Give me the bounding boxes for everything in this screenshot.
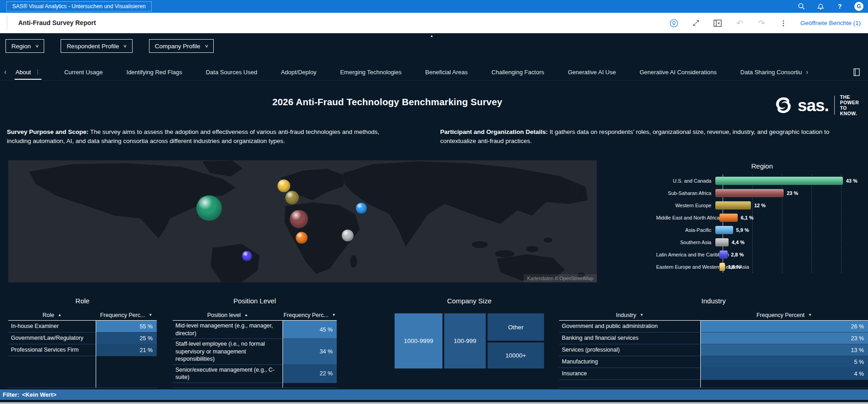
region-bar[interactable] bbox=[715, 226, 733, 234]
treemap-tile-100-999[interactable]: 100-999 bbox=[444, 313, 486, 368]
region-bar[interactable] bbox=[719, 251, 728, 259]
row-label-cell bbox=[559, 380, 700, 388]
table-row-mid-level-management-e-g-manager-director[interactable]: Mid-level management (e.g., manager, dir… bbox=[173, 321, 337, 339]
map-bubble-asia-pacific[interactable] bbox=[356, 203, 367, 214]
notifications-bell-icon[interactable] bbox=[816, 2, 825, 11]
region-bar-row-middle-east-and-north-africa[interactable]: Middle East and North Africa6,1 % bbox=[656, 211, 868, 224]
tab-generative-ai-use[interactable]: Generative AI Use bbox=[567, 65, 617, 80]
position-level-table[interactable]: Position level▲Frequency Perc...▼Mid-lev… bbox=[173, 310, 337, 388]
region-bar-row-southern-asia[interactable]: Southern Asia4,4 % bbox=[656, 236, 868, 248]
sort-ascending-icon[interactable]: ▲ bbox=[244, 313, 248, 317]
scroll-tabs-left-icon[interactable]: ‹ bbox=[0, 68, 11, 76]
treemap-tile-10000[interactable]: 10000+ bbox=[488, 343, 544, 368]
toggle-panel-icon[interactable] bbox=[713, 18, 723, 28]
tab-identifying-red-flags[interactable]: Identifying Red Flags bbox=[126, 65, 183, 80]
column-separator bbox=[700, 321, 701, 388]
table-row-insurance[interactable]: Insurance4 % bbox=[559, 368, 868, 380]
search-icon[interactable] bbox=[797, 2, 806, 11]
map-bubble-u-s-and-canada[interactable] bbox=[196, 195, 222, 221]
column-header-role[interactable]: Role▲ bbox=[8, 310, 96, 320]
tab-emerging-technologies[interactable]: Emerging Technologies bbox=[339, 65, 402, 80]
table-row-staff-level-employee-i-e-no-formal-supervisory-or-management-responsibilities[interactable]: Staff-level employee (i.e., no formal su… bbox=[173, 339, 337, 365]
report-toolbar: Anti-Fraud Survey Report ⤢ ↶ ↷ ⋮ Geöffne… bbox=[0, 13, 868, 33]
region-bar[interactable] bbox=[715, 189, 784, 197]
tab-challenging-factors[interactable]: Challenging Factors bbox=[491, 65, 545, 80]
help-icon[interactable]: ? bbox=[835, 2, 844, 11]
tab-generative-ai-considerations[interactable]: Generative AI Considerations bbox=[639, 65, 718, 80]
role-table[interactable]: Role▲Frequency Perc...▼In-house Examiner… bbox=[8, 310, 157, 388]
insights-lightbulb-icon[interactable] bbox=[669, 18, 679, 28]
row-value-cell: 21 % bbox=[96, 344, 157, 356]
region-bar[interactable] bbox=[719, 214, 738, 222]
more-options-kebab-icon[interactable]: ⋮ bbox=[778, 18, 788, 28]
map-bubble-southern-asia[interactable] bbox=[342, 230, 354, 241]
world-bubble-map[interactable]: Kartendaten © OpenStreetMap bbox=[8, 160, 597, 282]
tab-label: Emerging Technologies bbox=[340, 69, 401, 76]
tab-data-sources-used[interactable]: Data Sources Used bbox=[205, 65, 258, 80]
region-bar[interactable] bbox=[719, 263, 725, 271]
sort-descending-icon[interactable]: ▼ bbox=[640, 313, 643, 317]
tab-adopt-deploy[interactable]: Adopt/Deploy bbox=[280, 65, 317, 80]
chevron-down-icon: ∨ bbox=[35, 44, 39, 48]
column-header-frequency-perc[interactable]: Frequency Perc...▼ bbox=[96, 310, 157, 320]
region-bar-row-u-s-and-canada[interactable]: U.S. and Canada43 % bbox=[656, 174, 868, 187]
region-bar[interactable] bbox=[715, 201, 751, 210]
region-bar-label: Sub-Saharan Africa bbox=[656, 190, 715, 196]
treemap-tile-1000-9999[interactable]: 1000-9999 bbox=[395, 313, 442, 368]
region-bar-row-latin-america-and-the-caribbean[interactable]: Latin America and the Caribbean2,8 % bbox=[656, 248, 868, 261]
table-row-manufacturing[interactable]: Manufacturing5 % bbox=[559, 356, 868, 368]
map-bubble-middle-east-and-north-africa[interactable] bbox=[290, 210, 308, 228]
filter-dropdown-company-profile[interactable]: Company Profile∨ bbox=[149, 39, 214, 53]
tab-current-usage[interactable]: Current Usage bbox=[63, 65, 104, 80]
map-bubble-sub-saharan-africa[interactable] bbox=[296, 232, 308, 244]
table-row-in-house-examiner[interactable]: In-house Examiner55 % bbox=[8, 321, 157, 332]
column-header-frequency-perc[interactable]: Frequency Perc...▼ bbox=[282, 310, 337, 320]
map-bubble-western-europe[interactable] bbox=[285, 191, 299, 205]
table-row-banking-and-financial-services[interactable]: Banking and financial services23 % bbox=[559, 332, 868, 344]
column-header-position-level[interactable]: Position level▲ bbox=[173, 310, 282, 320]
table-row-item[interactable] bbox=[559, 380, 868, 388]
sort-descending-icon[interactable]: ▼ bbox=[332, 313, 336, 317]
maximize-icon[interactable]: ⤢ bbox=[691, 18, 701, 28]
column-header-industry[interactable]: Industry▼ bbox=[559, 310, 700, 320]
scroll-tabs-right-icon[interactable]: › bbox=[806, 68, 808, 76]
region-bar-row-sub-saharan-africa[interactable]: Sub-Saharan Africa23 % bbox=[656, 187, 868, 199]
region-bar-row-eastern-europe-and-western-central-asia[interactable]: Eastern Europe and Western/Central Asia1… bbox=[656, 261, 868, 273]
table-row-government-and-public-administration[interactable]: Government and public administration26 % bbox=[559, 321, 868, 332]
region-bar[interactable] bbox=[715, 177, 843, 185]
sort-descending-icon[interactable]: ▼ bbox=[149, 313, 152, 317]
tab-data-sharing-consortiu[interactable]: Data Sharing Consortiu› bbox=[740, 64, 809, 80]
page-list-icon[interactable] bbox=[852, 67, 862, 77]
table-row-senior-executive-management-e-g-c-suite[interactable]: Senior/executive management (e.g., C-sui… bbox=[173, 365, 337, 383]
map-bubble-western-europe-north[interactable] bbox=[277, 179, 290, 192]
position-panel-title: Position Level bbox=[173, 297, 337, 305]
treemap-tile-other[interactable]: Other bbox=[488, 313, 544, 341]
tab-about[interactable]: About⋮ bbox=[15, 65, 41, 80]
column-header-frequency-percent[interactable]: Frequency Percent▼ bbox=[700, 310, 868, 320]
tab-label: Current Usage bbox=[64, 69, 103, 76]
region-bar-row-western-europe[interactable]: Western Europe12 % bbox=[656, 199, 868, 211]
tab-menu-kebab-icon[interactable]: ⋮ bbox=[35, 69, 41, 75]
region-bar-row-asia-pacific[interactable]: Asia-Pacific5,9 % bbox=[656, 224, 868, 236]
sort-descending-icon[interactable]: ▼ bbox=[808, 313, 812, 317]
map-bubble-latin-america-and-the-caribbean[interactable] bbox=[242, 251, 252, 261]
region-bar[interactable] bbox=[715, 238, 729, 246]
tab-label: Beneficial Areas bbox=[425, 69, 467, 76]
user-avatar[interactable]: G bbox=[854, 2, 863, 11]
table-row-government-law-regulatory[interactable]: Government/Law/Regulatory25 % bbox=[8, 332, 157, 344]
sort-ascending-icon[interactable]: ▲ bbox=[58, 313, 62, 317]
region-bar-value: 6,1 % bbox=[741, 215, 754, 220]
redo-icon[interactable]: ↷ bbox=[756, 18, 766, 28]
tab-beneficial-areas[interactable]: Beneficial Areas bbox=[424, 65, 468, 80]
filter-dropdown-region[interactable]: Region∨ bbox=[5, 39, 44, 53]
industry-table[interactable]: Industry▼Frequency Percent▼Government an… bbox=[559, 310, 868, 388]
undo-icon[interactable]: ↶ bbox=[734, 18, 745, 28]
open-reports-link[interactable]: Geöffnete Berichte (1) bbox=[800, 20, 861, 26]
collapse-filters-icon[interactable]: ▲ bbox=[430, 34, 433, 37]
filter-dropdown-respondent-profile[interactable]: Respondent Profile∨ bbox=[61, 39, 132, 53]
app-tab[interactable]: SAS® Visual Analytics - Untersuchen und … bbox=[6, 1, 152, 11]
region-chart-title: Region bbox=[656, 160, 868, 170]
table-row-professional-services-firm[interactable]: Professional Services Firm21 % bbox=[8, 344, 157, 356]
region-bar-chart: Region U.S. and Canada43 %Sub-Saharan Af… bbox=[656, 160, 868, 282]
table-row-services-professional[interactable]: Services (professional)13 % bbox=[559, 344, 868, 356]
